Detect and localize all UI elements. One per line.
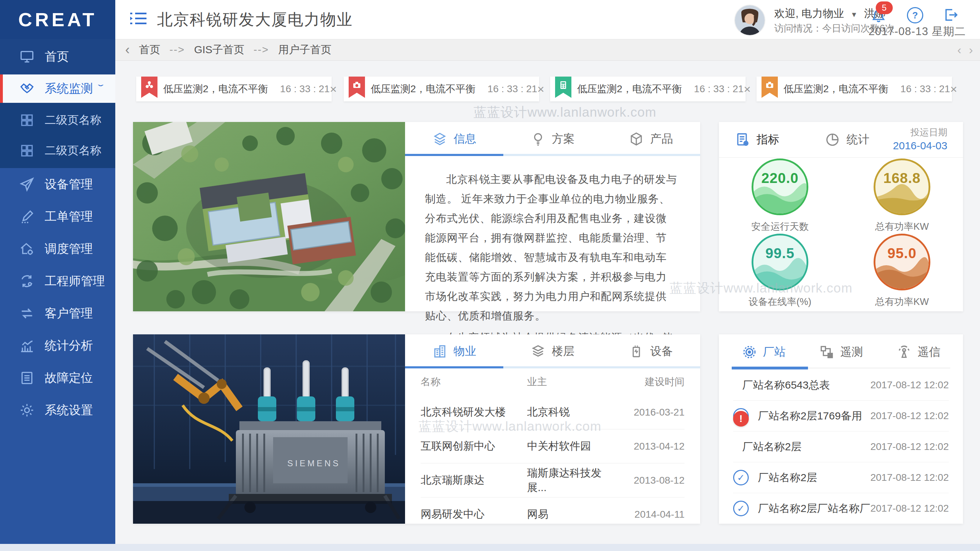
menu-toggle-icon[interactable] <box>129 10 149 29</box>
sidebar-item-customers[interactable]: 客户管理 <box>0 297 115 329</box>
sidebar-item-engineers[interactable]: 工程师管理 <box>0 265 115 297</box>
tab-property[interactable]: 物业 <box>405 334 503 368</box>
station-time: 2017-08-12 12:02 <box>870 380 949 391</box>
tab-product[interactable]: 产品 <box>602 122 700 156</box>
close-icon[interactable]: × <box>537 83 544 95</box>
sidebar-subitem-2[interactable]: 二级页名称 <box>0 135 115 166</box>
alert-ribbon-fan-icon <box>141 76 158 98</box>
alert-time: 16 : 33 : 21 <box>694 83 744 95</box>
tab-floors[interactable]: 楼层 <box>503 334 601 368</box>
tab-label: 厂站 <box>763 344 786 360</box>
commission-date-label: 投运日期 <box>893 126 947 139</box>
alert-text: 低压监测2，电流不平衡 <box>163 82 268 96</box>
equipment-brand-label: SIEMENS <box>287 459 340 468</box>
tab-indicators[interactable]: 指标 <box>735 132 779 148</box>
handshake-icon <box>19 81 35 97</box>
breadcrumb-home[interactable]: 首页 <box>139 43 160 57</box>
sidebar-item-label: 客户管理 <box>45 305 93 322</box>
bottom-strip <box>0 544 980 551</box>
sidebar-item-label: 系统设置 <box>45 402 93 418</box>
tab-underline <box>732 368 950 368</box>
tab-telemetry[interactable]: 遥测 <box>819 344 863 360</box>
list-item[interactable]: ! 厂站名称6543总表 2017-08-12 12:02 <box>733 370 949 401</box>
stack-icon <box>531 344 546 359</box>
table-row[interactable]: 北京瑞斯康达 瑞斯康达科技发展... 2013-08-12 <box>421 464 684 497</box>
cell-date: 2013-04-12 <box>606 441 684 452</box>
cell-owner: 网易 <box>527 507 606 522</box>
header: 北京科锐研发大厦电力物业 欢迎, 电力物业 ▼ 洪娜 访问情况：今日访问次数6次… <box>115 0 980 40</box>
cell-name: 北京瑞斯康达 <box>421 473 527 487</box>
building-info-panel: 信息 方案 产品 北京科锐主要从事配电设备及电力电子的研发与制造。 近年来致力于… <box>405 122 700 311</box>
alert-status-icon: ! <box>733 411 749 427</box>
tab-station[interactable]: 厂站 <box>741 344 786 360</box>
alert-card-4: 低压监测2，电流不平衡 16 : 33 : 21 × <box>757 76 952 102</box>
sidebar-item-fault-location[interactable]: 故障定位 <box>0 362 115 394</box>
sidebar-submenu: 二级页名称 二级页名称 <box>0 103 115 168</box>
table-row[interactable]: 网易研发中心 网易 2014-04-11 <box>421 497 684 531</box>
building-aerial-photo <box>133 122 405 311</box>
tab-telesignal[interactable]: 遥信 <box>896 344 940 360</box>
cell-date: 2013-08-12 <box>606 475 684 486</box>
column-owner: 业主 <box>527 375 606 389</box>
notification-badge: 5 <box>876 2 893 14</box>
metrics-card: 指标 统计 投运日期 2016-04-03 220.0 安全运行天数 168.8 <box>719 122 963 311</box>
breadcrumb-pager-icons[interactable]: ‹ › <box>957 43 975 57</box>
sidebar-item-statistics[interactable]: 统计分析 <box>0 329 115 362</box>
grid-icon <box>19 113 35 128</box>
monitor-icon <box>19 49 35 65</box>
tab-label: 楼层 <box>552 344 574 359</box>
header-icons: 5 ? <box>871 7 959 23</box>
logo: CREAT <box>0 0 115 39</box>
logout-icon[interactable] <box>943 7 959 23</box>
nodes-icon <box>819 344 835 360</box>
building-info-card: 信息 方案 产品 北京科锐主要从事配电设备及电力电子的研发与制造。 近年来致力于… <box>133 122 700 311</box>
alert-text: 低压监测2，电流不平衡 <box>577 82 682 96</box>
company-paragraph-1: 北京科锐主要从事配电设备及电力电子的研发与制造。 近年来致力于企事业单位的电力物… <box>425 170 678 326</box>
breadcrumb-user[interactable]: 用户子首页 <box>278 43 331 57</box>
table-row[interactable]: 互联网创新中心 中关村软件园 2013-04-12 <box>421 429 684 464</box>
close-icon[interactable]: × <box>330 83 337 95</box>
alert-ribbon-camera-icon <box>348 76 365 98</box>
metrics-header: 指标 统计 投运日期 2016-04-03 <box>719 122 963 158</box>
cube-icon <box>629 132 644 146</box>
back-chevron-icon[interactable]: ‹ <box>125 42 130 57</box>
list-item[interactable]: ! 厂站名称2层 2017-08-12 12:02 <box>733 432 949 462</box>
bell-icon[interactable]: 5 <box>871 7 886 23</box>
cell-name: 网易研发中心 <box>421 507 527 522</box>
tab-devices[interactable]: 设备 <box>602 334 700 368</box>
pencil-icon <box>19 209 35 224</box>
close-icon[interactable]: × <box>950 83 957 95</box>
sidebar-item-workorders[interactable]: 工单管理 <box>0 200 115 233</box>
sidebar: CREAT 首页 系统监测 ˇ 二级页名称 二级页名称 设备 <box>0 0 115 544</box>
commission-date-value[interactable]: 2016-04-03 <box>893 139 947 153</box>
breadcrumb-gis[interactable]: GIS子首页 <box>194 43 244 57</box>
alert-card-1: 低压监测2，电流不平衡 16 : 33 : 21 × <box>136 76 332 102</box>
antenna-icon <box>896 344 912 360</box>
tab-statistics[interactable]: 统计 <box>825 132 869 148</box>
sidebar-item-label: 首页 <box>45 49 69 65</box>
house-gear-icon <box>19 241 35 257</box>
list-item[interactable]: ✓ 厂站名称2层 2017-08-12 12:02 <box>733 462 949 493</box>
sidebar-item-dispatch[interactable]: 调度管理 <box>0 233 115 265</box>
alert-ribbon-camera-icon <box>762 76 778 98</box>
close-icon[interactable]: × <box>744 83 751 95</box>
sidebar-item-system-monitor[interactable]: 系统监测 ˇ <box>0 75 115 103</box>
list-item[interactable]: ✓ 厂站名称2层1769备用 2017-08-12 12:02 <box>733 401 949 432</box>
grid-icon <box>19 143 35 159</box>
caret-down-icon: ▼ <box>851 11 858 18</box>
avatar[interactable] <box>734 5 765 36</box>
sidebar-item-home[interactable]: 首页 <box>0 39 115 75</box>
tab-solution[interactable]: 方案 <box>503 122 601 156</box>
sidebar-item-devices[interactable]: 设备管理 <box>0 168 115 200</box>
transformer-photo: SIEMENS <box>133 334 405 524</box>
sidebar-item-label: 工单管理 <box>45 208 93 225</box>
help-icon[interactable]: ? <box>907 7 923 23</box>
building-icon <box>432 344 447 359</box>
welcome-line[interactable]: 欢迎, 电力物业 ▼ 洪娜 <box>774 6 885 21</box>
tab-info[interactable]: 信息 <box>405 122 503 156</box>
sidebar-item-settings[interactable]: 系统设置 <box>0 394 115 426</box>
sidebar-subitem-1[interactable]: 二级页名称 <box>0 105 115 135</box>
list-item[interactable]: ✓ 厂站名称2层厂站名称厂站... 2017-08-12 12:02 <box>733 493 949 524</box>
cell-name: 北京科锐研发大楼 <box>421 405 527 419</box>
table-row[interactable]: 北京科锐研发大楼 北京科锐 2016-03-21 <box>421 395 684 429</box>
